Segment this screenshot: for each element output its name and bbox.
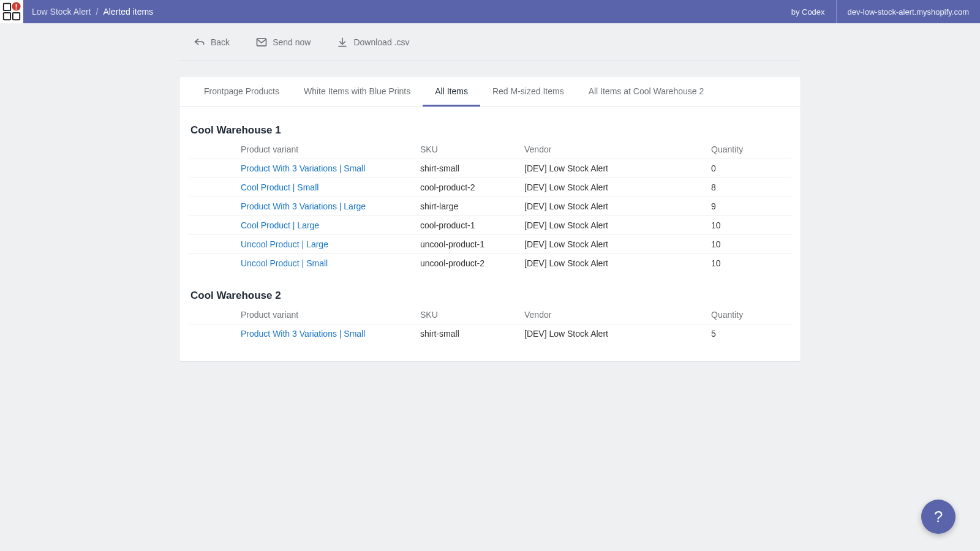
cell-quantity: 0 [709,159,791,178]
col-product-variant: Product variant [238,305,418,324]
back-button[interactable]: Back [194,36,230,48]
col-quantity: Quantity [709,305,791,324]
send-now-button[interactable]: Send now [255,36,311,48]
cell-spacer [189,178,238,197]
table-row: Cool Product | Largecool-product-1[DEV] … [189,216,791,235]
breadcrumb-separator: / [96,7,99,17]
cell-spacer [189,197,238,216]
cell-spacer [189,216,238,235]
cell-sku: cool-product-1 [418,216,522,235]
inventory-table: Product variantSKUVendorQuantityProduct … [189,305,791,343]
boxes-alert-icon [1,1,22,22]
cell-quantity: 10 [709,254,791,273]
table-row: Cool Product | Smallcool-product-2[DEV] … [189,178,791,197]
breadcrumb-app[interactable]: Low Stock Alert [32,7,91,17]
send-now-button-label: Send now [273,37,311,47]
product-variant-link[interactable]: Product With 3 Variations | Small [238,159,418,178]
tab-red-m-sized-items[interactable]: Red M-sized Items [480,77,576,107]
svg-rect-0 [3,4,10,10]
table-row: Product With 3 Variations | Smallshirt-s… [189,324,791,343]
svg-rect-1 [3,13,10,20]
col-vendor: Vendor [522,305,709,324]
warehouse-title: Cool Warehouse 1 [189,124,791,140]
col-sku: SKU [418,140,522,159]
col-spacer [189,305,238,324]
cell-vendor: [DEV] Low Stock Alert [522,197,709,216]
alert-tabs: Frontpage ProductsWhite Items with Blue … [179,77,801,107]
cell-sku: shirt-large [418,197,522,216]
cell-quantity: 9 [709,197,791,216]
table-header-row: Product variantSKUVendorQuantity [189,140,791,159]
download-icon [336,36,349,48]
cell-sku: uncool-product-2 [418,254,522,273]
cell-spacer [189,159,238,178]
cell-vendor: [DEV] Low Stock Alert [522,178,709,197]
mail-icon [255,36,268,48]
table-row: Product With 3 Variations | Smallshirt-s… [189,159,791,178]
product-variant-link[interactable]: Cool Product | Large [238,216,418,235]
page-container: Back Send now Download .csv Frontpage Pr… [179,23,801,362]
col-quantity: Quantity [709,140,791,159]
cell-vendor: [DEV] Low Stock Alert [522,254,709,273]
back-button-label: Back [211,37,230,47]
cell-quantity: 5 [709,324,791,343]
col-product-variant: Product variant [238,140,418,159]
cell-sku: uncool-product-1 [418,235,522,254]
cell-sku: shirt-small [418,324,522,343]
breadcrumb: Low Stock Alert / Alerted items [23,7,153,17]
tab-all-items[interactable]: All Items [423,77,480,107]
col-vendor: Vendor [522,140,709,159]
reply-arrow-icon [194,36,206,48]
product-variant-link[interactable]: Uncool Product | Small [238,254,418,273]
warehouse-title: Cool Warehouse 2 [189,290,791,305]
col-sku: SKU [418,305,522,324]
product-variant-link[interactable]: Product With 3 Variations | Small [238,324,418,343]
inventory-table: Product variantSKUVendorQuantityProduct … [189,140,791,272]
cell-vendor: [DEV] Low Stock Alert [522,235,709,254]
download-csv-button[interactable]: Download .csv [336,36,409,48]
cell-spacer [189,254,238,273]
cell-quantity: 8 [709,178,791,197]
cell-quantity: 10 [709,235,791,254]
cell-vendor: [DEV] Low Stock Alert [522,216,709,235]
svg-rect-2 [12,13,19,20]
table-header-row: Product variantSKUVendorQuantity [189,305,791,324]
tab-white-items-with-blue-prints[interactable]: White Items with Blue Prints [292,77,423,107]
breadcrumb-page: Alerted items [103,7,153,17]
tab-all-items-at-cool-warehouse-2[interactable]: All Items at Cool Warehouse 2 [576,77,717,107]
help-icon: ? [934,508,943,527]
product-variant-link[interactable]: Cool Product | Small [238,178,418,197]
shop-domain[interactable]: dev-low-stock-alert.myshopify.com [836,0,980,23]
cell-vendor: [DEV] Low Stock Alert [522,159,709,178]
table-row: Product With 3 Variations | Largeshirt-l… [189,197,791,216]
cell-vendor: [DEV] Low Stock Alert [522,324,709,343]
svg-rect-5 [15,9,17,10]
table-row: Uncool Product | Largeuncool-product-1[D… [189,235,791,254]
cell-spacer [189,324,238,343]
table-row: Uncool Product | Smalluncool-product-2[D… [189,254,791,273]
alerted-items-card: Frontpage ProductsWhite Items with Blue … [179,76,801,362]
section-gap [189,272,791,290]
cell-spacer [189,235,238,254]
product-variant-link[interactable]: Uncool Product | Large [238,235,418,254]
help-button[interactable]: ? [921,500,956,534]
download-csv-button-label: Download .csv [353,37,409,47]
page-toolbar: Back Send now Download .csv [179,23,801,61]
tab-frontpage-products[interactable]: Frontpage Products [192,77,292,107]
topbar-right: by Codex dev-low-stock-alert.myshopify.c… [780,0,980,23]
product-variant-link[interactable]: Product With 3 Variations | Large [238,197,418,216]
cell-sku: shirt-small [418,159,522,178]
svg-rect-4 [15,4,17,8]
app-logo [0,0,23,23]
alerted-items-body: Cool Warehouse 1Product variantSKUVendor… [179,107,801,361]
col-spacer [189,140,238,159]
cell-quantity: 10 [709,216,791,235]
cell-sku: cool-product-2 [418,178,522,197]
top-bar: Low Stock Alert / Alerted items by Codex… [0,0,980,23]
attribution[interactable]: by Codex [780,0,836,23]
